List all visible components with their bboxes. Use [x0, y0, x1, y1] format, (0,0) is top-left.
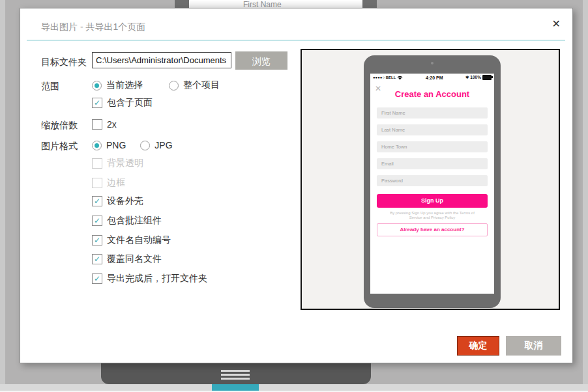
carrier-signal: ●●●●○ BELL	[373, 76, 403, 80]
battery-status: ✱ 100%	[465, 75, 492, 80]
checkbox-include-annotations[interactable]: 包含批注组件	[92, 216, 162, 226]
email-field: Email	[377, 158, 488, 169]
checkbox-icon	[92, 216, 102, 226]
checkbox-label: 边框	[107, 177, 125, 189]
target-folder-label: 目标文件夹	[41, 57, 87, 68]
radio-icon	[92, 81, 102, 91]
checkbox-icon	[92, 254, 102, 264]
scale-label: 缩放倍数	[41, 120, 78, 132]
legal-text: By pressing Sign Up you agree with the T…	[390, 211, 475, 220]
checkbox-label: 设备外壳	[107, 195, 143, 207]
checkbox-icon	[92, 178, 102, 188]
export-dialog: 导出图片 - 共导出1个页面 ✕ 目标文件夹 浏览 范围 当前选择 整个项目 包…	[20, 8, 573, 363]
checkbox-include-subpages[interactable]: 包含子页面	[92, 98, 153, 108]
selection-handle-left	[175, 0, 189, 8]
radio-label: PNG	[106, 140, 126, 150]
checkbox-open-folder-after-export[interactable]: 导出完成后，打开文件夹	[92, 273, 207, 284]
radio-jpg[interactable]: JPG	[140, 140, 172, 150]
status-time: 4:20 PM	[426, 76, 443, 80]
checkbox-overwrite-files[interactable]: 覆盖同名文件	[92, 254, 162, 264]
radio-icon	[140, 141, 150, 150]
radio-label: 整个项目	[183, 79, 220, 91]
already-have-account-button: Already have an account?	[377, 223, 488, 236]
status-bar: ●●●●○ BELL 4:20 PM ✱ 100%	[370, 74, 494, 80]
password-field: Password	[377, 175, 488, 186]
checkbox-icon	[92, 196, 102, 206]
radio-current-selection[interactable]: 当前选择	[92, 79, 143, 91]
screen: First Name 导出图片 - 共导出1个页面 ✕ 目标文件夹 浏览 范围 …	[0, 0, 588, 392]
background-bottom-strip	[0, 384, 588, 391]
export-preview-panel: ●●●●○ BELL 4:20 PM ✱ 100% ✕ Create an Ac…	[301, 49, 560, 310]
home-town-field: Home Town	[377, 141, 488, 152]
background-first-name-field: First Name	[189, 0, 362, 8]
last-name-field: Last Name	[377, 124, 488, 135]
background-phone-bezel	[101, 363, 371, 384]
ok-button[interactable]: 确定	[457, 336, 499, 356]
checkbox-auto-number-filenames[interactable]: 文件名自动编号	[92, 235, 171, 245]
checkbox-label: 导出完成后，打开文件夹	[107, 273, 207, 285]
checkbox-label: 2x	[107, 119, 117, 130]
sign-up-button: Sign Up	[377, 194, 488, 208]
browse-button[interactable]: 浏览	[235, 51, 287, 70]
carrier-label: ●●●●○ BELL	[373, 76, 396, 79]
format-options-row: PNG JPG	[92, 140, 248, 150]
screen-heading: Create an Account	[370, 89, 494, 99]
radio-icon	[169, 81, 179, 91]
battery-icon	[482, 75, 492, 80]
checkbox-icon	[92, 119, 102, 130]
format-label: 图片格式	[41, 141, 78, 152]
cancel-button[interactable]: 取消	[506, 336, 561, 356]
dialog-title: 导出图片 - 共导出1个页面	[41, 21, 145, 33]
checkbox-2x[interactable]: 2x	[92, 119, 117, 130]
checkbox-label: 文件名自动编号	[107, 234, 171, 246]
checkbox-transparent-background[interactable]: 背景透明	[92, 158, 143, 169]
checkbox-border[interactable]: 边框	[92, 178, 125, 188]
checkbox-label: 包含批注组件	[107, 215, 162, 227]
range-options-row: 当前选择 整个项目	[92, 80, 314, 91]
camera-dot-icon	[431, 62, 434, 64]
selection-handle-right	[362, 0, 377, 8]
battery-label: ✱ 100%	[465, 75, 481, 80]
checkbox-icon	[92, 273, 102, 284]
wifi-icon	[397, 76, 403, 80]
checkbox-label: 背景透明	[107, 158, 143, 169]
range-label: 范围	[41, 81, 59, 92]
radio-whole-project[interactable]: 整个项目	[169, 79, 220, 91]
radio-icon	[92, 141, 102, 150]
title-separator	[27, 40, 565, 41]
target-folder-input[interactable]	[92, 52, 231, 68]
app-left-edge	[0, 0, 5, 392]
close-icon[interactable]: ✕	[552, 19, 561, 29]
checkbox-icon	[92, 158, 102, 169]
checkbox-label: 覆盖同名文件	[107, 253, 162, 265]
phone-screen: ●●●●○ BELL 4:20 PM ✱ 100% ✕ Create an Ac…	[370, 74, 494, 294]
radio-png[interactable]: PNG	[92, 140, 126, 150]
background-teal-bar	[212, 384, 259, 391]
phone-frame: ●●●●○ BELL 4:20 PM ✱ 100% ✕ Create an Ac…	[364, 55, 501, 308]
first-name-field: First Name	[377, 107, 488, 119]
checkbox-icon	[92, 98, 102, 108]
radio-label: 当前选择	[106, 79, 143, 91]
checkbox-icon	[92, 235, 102, 245]
app-right-edge	[583, 0, 588, 392]
hamburger-icon	[221, 370, 250, 382]
radio-label: JPG	[154, 140, 172, 150]
checkbox-device-shell[interactable]: 设备外壳	[92, 196, 143, 206]
checkbox-label: 包含子页面	[107, 97, 153, 109]
